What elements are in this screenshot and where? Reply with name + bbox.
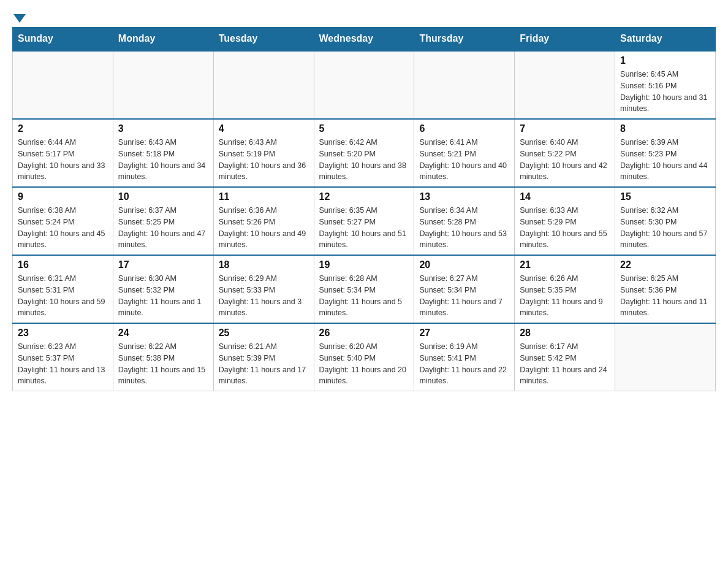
calendar-day <box>113 51 213 119</box>
day-info: Sunrise: 6:45 AMSunset: 5:16 PMDaylight:… <box>620 69 710 115</box>
day-info: Sunrise: 6:17 AMSunset: 5:42 PMDaylight:… <box>520 341 610 387</box>
logo <box>12 12 27 21</box>
day-info: Sunrise: 6:27 AMSunset: 5:34 PMDaylight:… <box>419 273 509 319</box>
day-info: Sunrise: 6:30 AMSunset: 5:32 PMDaylight:… <box>118 273 208 319</box>
calendar-week-2: 2Sunrise: 6:44 AMSunset: 5:17 PMDaylight… <box>13 119 716 187</box>
day-number: 10 <box>118 191 208 202</box>
day-info: Sunrise: 6:29 AMSunset: 5:33 PMDaylight:… <box>219 273 309 319</box>
day-info: Sunrise: 6:44 AMSunset: 5:17 PMDaylight:… <box>18 137 108 183</box>
calendar-day: 15Sunrise: 6:32 AMSunset: 5:30 PMDayligh… <box>615 187 716 255</box>
day-info: Sunrise: 6:42 AMSunset: 5:20 PMDaylight:… <box>319 137 409 183</box>
day-info: Sunrise: 6:34 AMSunset: 5:28 PMDaylight:… <box>419 205 509 251</box>
day-number: 8 <box>620 123 710 134</box>
calendar-day: 7Sunrise: 6:40 AMSunset: 5:22 PMDaylight… <box>515 119 615 187</box>
calendar-day: 22Sunrise: 6:25 AMSunset: 5:36 PMDayligh… <box>615 255 716 323</box>
calendar-day: 4Sunrise: 6:43 AMSunset: 5:19 PMDaylight… <box>213 119 314 187</box>
day-number: 26 <box>319 327 409 339</box>
day-info: Sunrise: 6:33 AMSunset: 5:29 PMDaylight:… <box>520 205 610 251</box>
day-header-sunday: Sunday <box>13 27 113 51</box>
day-info: Sunrise: 6:32 AMSunset: 5:30 PMDaylight:… <box>620 205 710 251</box>
day-number: 19 <box>319 259 409 270</box>
day-info: Sunrise: 6:43 AMSunset: 5:19 PMDaylight:… <box>219 137 309 183</box>
day-number: 11 <box>219 191 309 202</box>
day-header-saturday: Saturday <box>615 27 716 51</box>
calendar-day: 3Sunrise: 6:43 AMSunset: 5:18 PMDaylight… <box>113 119 213 187</box>
calendar-day: 24Sunrise: 6:22 AMSunset: 5:38 PMDayligh… <box>113 323 213 391</box>
day-info: Sunrise: 6:40 AMSunset: 5:22 PMDaylight:… <box>520 137 610 183</box>
day-number: 3 <box>118 123 208 134</box>
day-info: Sunrise: 6:43 AMSunset: 5:18 PMDaylight:… <box>118 137 208 183</box>
day-number: 21 <box>520 259 610 270</box>
day-number: 9 <box>18 191 108 202</box>
calendar-day: 9Sunrise: 6:38 AMSunset: 5:24 PMDaylight… <box>13 187 113 255</box>
day-number: 14 <box>520 191 610 202</box>
day-info: Sunrise: 6:23 AMSunset: 5:37 PMDaylight:… <box>18 341 108 387</box>
day-info: Sunrise: 6:28 AMSunset: 5:34 PMDaylight:… <box>319 273 409 319</box>
calendar-day: 16Sunrise: 6:31 AMSunset: 5:31 PMDayligh… <box>13 255 113 323</box>
day-number: 22 <box>620 259 710 270</box>
calendar-day <box>314 51 414 119</box>
day-number: 1 <box>620 55 710 66</box>
day-number: 20 <box>419 259 509 270</box>
calendar-day <box>414 51 515 119</box>
day-number: 2 <box>18 123 108 134</box>
day-header-tuesday: Tuesday <box>213 27 314 51</box>
calendar-day <box>213 51 314 119</box>
day-number: 16 <box>18 259 108 270</box>
day-info: Sunrise: 6:39 AMSunset: 5:23 PMDaylight:… <box>620 137 710 183</box>
day-header-wednesday: Wednesday <box>314 27 414 51</box>
day-info: Sunrise: 6:25 AMSunset: 5:36 PMDaylight:… <box>620 273 710 319</box>
day-info: Sunrise: 6:31 AMSunset: 5:31 PMDaylight:… <box>18 273 108 319</box>
calendar-day: 20Sunrise: 6:27 AMSunset: 5:34 PMDayligh… <box>414 255 515 323</box>
calendar-day: 6Sunrise: 6:41 AMSunset: 5:21 PMDaylight… <box>414 119 515 187</box>
calendar-week-3: 9Sunrise: 6:38 AMSunset: 5:24 PMDaylight… <box>13 187 716 255</box>
calendar-day: 27Sunrise: 6:19 AMSunset: 5:41 PMDayligh… <box>414 323 515 391</box>
day-info: Sunrise: 6:41 AMSunset: 5:21 PMDaylight:… <box>419 137 509 183</box>
day-number: 15 <box>620 191 710 202</box>
day-number: 7 <box>520 123 610 134</box>
day-number: 24 <box>118 327 208 339</box>
day-info: Sunrise: 6:21 AMSunset: 5:39 PMDaylight:… <box>219 341 309 387</box>
day-number: 5 <box>319 123 409 134</box>
calendar-day: 8Sunrise: 6:39 AMSunset: 5:23 PMDaylight… <box>615 119 716 187</box>
calendar-day: 26Sunrise: 6:20 AMSunset: 5:40 PMDayligh… <box>314 323 414 391</box>
calendar-day: 14Sunrise: 6:33 AMSunset: 5:29 PMDayligh… <box>515 187 615 255</box>
calendar-day: 28Sunrise: 6:17 AMSunset: 5:42 PMDayligh… <box>515 323 615 391</box>
calendar-day: 21Sunrise: 6:26 AMSunset: 5:35 PMDayligh… <box>515 255 615 323</box>
calendar-day: 19Sunrise: 6:28 AMSunset: 5:34 PMDayligh… <box>314 255 414 323</box>
calendar-day: 18Sunrise: 6:29 AMSunset: 5:33 PMDayligh… <box>213 255 314 323</box>
day-info: Sunrise: 6:26 AMSunset: 5:35 PMDaylight:… <box>520 273 610 319</box>
calendar-day: 10Sunrise: 6:37 AMSunset: 5:25 PMDayligh… <box>113 187 213 255</box>
calendar-day <box>615 323 716 391</box>
day-info: Sunrise: 6:38 AMSunset: 5:24 PMDaylight:… <box>18 205 108 251</box>
day-number: 23 <box>18 327 108 339</box>
day-header-thursday: Thursday <box>414 27 515 51</box>
day-info: Sunrise: 6:20 AMSunset: 5:40 PMDaylight:… <box>319 341 409 387</box>
calendar-week-1: 1Sunrise: 6:45 AMSunset: 5:16 PMDaylight… <box>13 51 716 119</box>
calendar-day: 5Sunrise: 6:42 AMSunset: 5:20 PMDaylight… <box>314 119 414 187</box>
logo-arrow-icon <box>13 14 26 23</box>
page-header <box>12 12 716 21</box>
calendar-day: 17Sunrise: 6:30 AMSunset: 5:32 PMDayligh… <box>113 255 213 323</box>
day-info: Sunrise: 6:36 AMSunset: 5:26 PMDaylight:… <box>219 205 309 251</box>
calendar-day: 11Sunrise: 6:36 AMSunset: 5:26 PMDayligh… <box>213 187 314 255</box>
day-number: 6 <box>419 123 509 134</box>
calendar-week-4: 16Sunrise: 6:31 AMSunset: 5:31 PMDayligh… <box>13 255 716 323</box>
day-number: 17 <box>118 259 208 270</box>
day-number: 12 <box>319 191 409 202</box>
calendar-week-5: 23Sunrise: 6:23 AMSunset: 5:37 PMDayligh… <box>13 323 716 391</box>
calendar-table: SundayMondayTuesdayWednesdayThursdayFrid… <box>12 27 716 391</box>
day-number: 18 <box>219 259 309 270</box>
day-info: Sunrise: 6:37 AMSunset: 5:25 PMDaylight:… <box>118 205 208 251</box>
day-number: 28 <box>520 327 610 339</box>
calendar-day: 2Sunrise: 6:44 AMSunset: 5:17 PMDaylight… <box>13 119 113 187</box>
day-header-friday: Friday <box>515 27 615 51</box>
calendar-header-row: SundayMondayTuesdayWednesdayThursdayFrid… <box>13 27 716 51</box>
calendar-day: 1Sunrise: 6:45 AMSunset: 5:16 PMDaylight… <box>615 51 716 119</box>
day-number: 13 <box>419 191 509 202</box>
calendar-day: 25Sunrise: 6:21 AMSunset: 5:39 PMDayligh… <box>213 323 314 391</box>
day-info: Sunrise: 6:35 AMSunset: 5:27 PMDaylight:… <box>319 205 409 251</box>
day-number: 27 <box>419 327 509 339</box>
day-number: 4 <box>219 123 309 134</box>
day-header-monday: Monday <box>113 27 213 51</box>
